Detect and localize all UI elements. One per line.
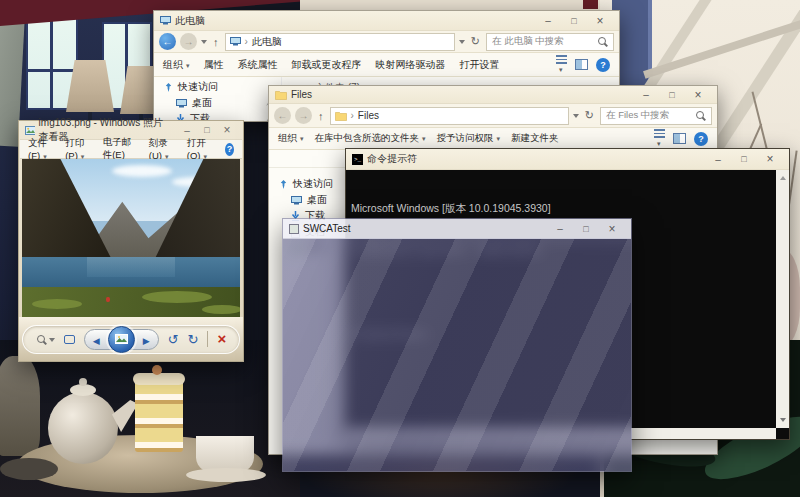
grant-access-button[interactable]: 授予访问权限 [437,132,501,145]
photo-moss-patch [32,299,82,309]
maximize-button[interactable] [573,219,599,238]
preview-pane-icon[interactable] [673,133,686,144]
uninstall-button[interactable]: 卸载或更改程序 [292,58,362,72]
forward-button[interactable]: → [180,33,197,50]
minimize-button[interactable] [535,11,561,30]
folder-icon [275,90,287,100]
swcatest-titlebar[interactable]: SWCATest [283,219,631,239]
organize-button[interactable]: 组织 [278,132,304,145]
search-icon [695,110,706,121]
cake-topping [152,365,162,375]
photo-fjord-landscape [22,159,240,317]
forward-button[interactable]: → [295,107,312,124]
previous-button[interactable] [93,330,100,348]
sidebar-item-label: 桌面 [307,193,327,207]
search-icon [597,36,608,47]
rotate-right-button[interactable] [188,330,199,348]
sidebar-item-label: 桌面 [192,96,212,110]
actual-size-button[interactable] [64,335,75,344]
delete-button[interactable] [217,330,226,348]
search-input[interactable] [606,110,695,121]
recent-pages-icon[interactable] [201,40,207,47]
minimize-button[interactable] [705,149,731,169]
properties-button[interactable]: 属性 [204,58,224,72]
photo-viewer-window: img103.png - Windows 照片查看器 文件(F) 打印(P) 电… [18,120,244,362]
sidebar-item-desktop[interactable]: 桌面 [154,95,281,111]
scroll-up-icon[interactable] [780,173,786,180]
next-button[interactable] [143,330,150,348]
menu-print[interactable]: 打印(P) [65,137,92,161]
minimize-button[interactable] [633,86,659,103]
swcatest-title: SWCATest [303,223,351,234]
this-pc-titlebar[interactable]: 此电脑 [154,11,619,31]
this-pc-sidebar: 快速访问 桌面 下载 文档 [154,77,282,122]
this-pc-title: 此电脑 [175,14,205,28]
refresh-icon[interactable]: ↻ [583,109,596,122]
sidebar-item-quick-access[interactable]: 快速访问 [269,176,356,192]
menu-file[interactable]: 文件(F) [28,137,54,161]
sidebar-item-quick-access[interactable]: 快速访问 [154,79,281,95]
close-button[interactable] [685,86,711,103]
close-button[interactable] [217,121,237,139]
slideshow-icon [115,334,128,344]
minimize-button[interactable] [547,219,573,238]
help-icon[interactable]: ? [596,58,610,72]
view-options-icon[interactable] [654,129,665,148]
organize-button[interactable]: 组织 [163,58,190,72]
close-button[interactable] [757,149,783,169]
address-dropdown-icon[interactable] [459,40,465,47]
figurine [0,356,40,456]
maximize-button[interactable] [659,86,685,103]
map-drive-button[interactable]: 映射网络驱动器 [376,58,446,72]
navigation-pill [84,329,159,350]
maximize-button[interactable] [731,149,757,169]
close-button[interactable] [599,219,625,238]
view-options-icon[interactable] [556,55,567,74]
menu-burn[interactable]: 刻录(U) [149,137,176,161]
photo-cloud [112,165,172,177]
up-button[interactable]: ↑ [316,110,326,122]
address-dropdown-icon[interactable] [573,114,579,121]
rotate-left-button[interactable] [168,330,179,348]
new-folder-button[interactable]: 新建文件夹 [511,132,559,145]
breadcrumb[interactable]: › Files [330,107,569,125]
back-button[interactable]: ← [159,33,176,50]
breadcrumb-separator: › [245,36,248,47]
help-icon[interactable]: ? [225,143,234,156]
search-box[interactable] [486,33,614,51]
search-box[interactable] [600,107,712,125]
folder-icon [335,111,347,121]
vertical-scrollbar[interactable] [776,170,789,428]
back-button[interactable]: ← [274,107,291,124]
pin-icon [279,180,288,189]
sidebar-item-desktop[interactable]: 桌面 [269,192,356,208]
menu-open[interactable]: 打开(O) [187,137,214,161]
cmd-icon: >_ [352,154,363,165]
magnifier-icon [36,334,47,345]
files-toolbar: 组织 在库中包含所选的文件夹 授予访问权限 新建文件夹 ? [269,128,717,150]
maximize-button[interactable] [561,11,587,30]
files-titlebar[interactable]: Files [269,86,717,104]
preview-pane-icon[interactable] [575,59,588,70]
close-button[interactable] [587,11,613,30]
include-in-library-button[interactable]: 在库中包含所选的文件夹 [315,132,426,145]
computer-icon [160,16,171,25]
cmd-title: 命令提示符 [367,152,417,166]
desktop-icon [291,196,302,205]
refresh-icon[interactable]: ↻ [469,35,482,48]
open-settings-button[interactable]: 打开设置 [460,58,500,72]
help-icon[interactable]: ? [694,132,708,146]
zoom-button[interactable] [36,334,55,345]
swcatest-client-area [283,239,631,471]
slideshow-button[interactable] [108,326,135,353]
cmd-titlebar[interactable]: >_ 命令提示符 [346,149,789,170]
scroll-down-icon[interactable] [780,418,786,425]
search-input[interactable] [492,36,597,47]
system-properties-button[interactable]: 系统属性 [238,58,278,72]
top-strip [300,0,630,10]
swcatest-window: SWCATest [282,218,632,472]
breadcrumb[interactable]: › 此电脑 [225,33,455,51]
breadcrumb-separator: › [351,110,354,121]
small-plate [0,458,58,480]
up-button[interactable]: ↑ [211,36,221,48]
